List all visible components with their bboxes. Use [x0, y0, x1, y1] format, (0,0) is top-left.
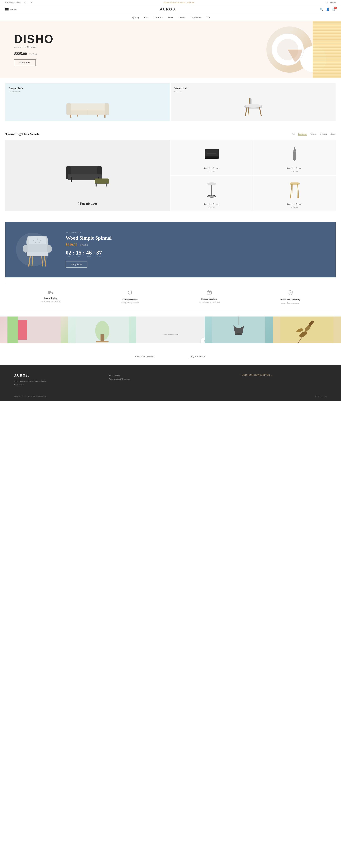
- category-subtitle-chair: Chairs: [175, 91, 332, 93]
- filter-all[interactable]: All: [292, 133, 294, 135]
- sofa-svg: [63, 98, 113, 118]
- instagram-item-4[interactable]: [273, 316, 341, 343]
- instagram-icon: [203, 339, 205, 343]
- hero-banner: DISHO designed by Nicolash $225.00 $325.…: [0, 21, 341, 78]
- hero-cta-button[interactable]: Shop Now: [14, 60, 36, 66]
- trending-item-1[interactable]: Soundless Speaker $189.00: [253, 140, 336, 175]
- instagram-item-0[interactable]: [0, 316, 68, 343]
- footer-contact: 907-723-4408 Aurosfurniuse@domain.us: [109, 374, 167, 381]
- wood-stool-svg: [288, 180, 301, 200]
- site-logo[interactable]: AUROS.: [160, 7, 177, 11]
- nav-brands[interactable]: Brands: [179, 16, 185, 19]
- product-name-2: Soundless Speaker: [204, 203, 219, 206]
- secure-icon: [199, 290, 220, 296]
- category-card-chair[interactable]: Woodchair Chairs: [171, 83, 336, 121]
- return-icon: [121, 290, 139, 296]
- svg-rect-26: [106, 183, 107, 186]
- promo-cta-button[interactable]: Shop Now: [66, 261, 87, 268]
- instagram-item-3[interactable]: [205, 316, 273, 343]
- footer-contact-col: 907-723-4408 Aurosfurniuse@domain.us: [109, 374, 167, 387]
- svg-rect-55: [48, 291, 51, 293]
- svg-rect-22: [71, 177, 72, 182]
- category-subtitle-sofa: FURNITURE: [9, 91, 166, 93]
- instagram-section: Aurosfurniture.com: [0, 316, 341, 343]
- svg-point-17: [245, 104, 261, 107]
- category-card-sofa[interactable]: Jasper Sofa FURNITURE: [5, 83, 171, 121]
- filter-furnitures[interactable]: Furnitures: [298, 133, 307, 135]
- features-row: Free shipping on all orders over $49.00 …: [5, 283, 336, 311]
- trending-header: Trending This Week All Furnitures Chairs…: [5, 132, 336, 136]
- filter-decor[interactable]: Decor: [331, 133, 336, 135]
- feature-checkout: Secure checkout 100% protected by Paypal: [199, 290, 220, 304]
- footer-copyright: Copyright © 2021 Auros. All rights reser…: [14, 395, 47, 397]
- footer-facebook-icon[interactable]: f: [315, 395, 316, 398]
- hero-paint-decoration: [313, 21, 341, 78]
- product-name-3: Soundless Speaker: [286, 203, 303, 206]
- feature-checkout-sub: 100% protected by Paypal: [199, 301, 220, 303]
- facebook-icon[interactable]: f: [23, 1, 26, 4]
- hamburger-menu[interactable]: [5, 8, 8, 10]
- search-button[interactable]: SEARCH: [191, 355, 206, 358]
- newsletter-cta[interactable]: JOIN OUR NEWSLETTER...: [240, 374, 327, 376]
- feature-returns: 15-days returns money-back guarantee: [121, 290, 139, 304]
- nav-fans[interactable]: Fans: [144, 16, 149, 19]
- menu-label: menu: [10, 8, 17, 10]
- category-title-chair: Woodchair: [175, 87, 332, 90]
- svg-point-73: [235, 333, 242, 335]
- feature-warranty-title: 100% free warranty: [280, 298, 300, 301]
- insta-img-3: [205, 316, 273, 343]
- speaker-svg-0: [203, 148, 221, 160]
- footer-bottom: Copyright © 2021 Auros. All rights reser…: [14, 392, 327, 398]
- promo-circle-decoration: [16, 233, 50, 267]
- dark-sofa-svg: [64, 159, 111, 187]
- product-image-2: [173, 179, 250, 202]
- filter-lighting[interactable]: Lighting: [319, 133, 327, 135]
- svg-point-32: [293, 151, 296, 152]
- cart-total: $35: [326, 1, 328, 3]
- product-image-0: [173, 143, 250, 165]
- countdown-days: 02 Days: [66, 250, 71, 258]
- language-selector[interactable]: English: [330, 1, 336, 3]
- footer-twitter-icon[interactable]: t: [318, 395, 319, 398]
- svg-rect-8: [66, 103, 71, 115]
- feature-returns-title: 15-days returns: [121, 298, 139, 301]
- product-name-0: Soundless Speaker: [204, 167, 219, 169]
- feature-shipping-sub: on all orders over $49.00: [41, 300, 60, 303]
- social-icons: f t in: [23, 1, 33, 4]
- filter-chairs[interactable]: Chairs: [310, 133, 316, 135]
- instagram-item-2[interactable]: Aurosfurniture.com: [136, 316, 205, 343]
- search-icon[interactable]: 🔍: [320, 8, 323, 11]
- nav-inspiration[interactable]: Inspiration: [191, 16, 201, 19]
- footer-brand-col: AUROS. 2590 Timbercrest Road, Chicena, A…: [14, 374, 101, 387]
- svg-line-81: [193, 357, 194, 358]
- footer-vk-icon[interactable]: vk: [325, 395, 327, 398]
- trending-filters: All Furnitures Chairs Lighting Decor: [292, 133, 336, 135]
- svg-line-15: [259, 107, 261, 116]
- promo-link[interactable]: Shop Now: [187, 1, 195, 3]
- trending-item-0[interactable]: Soundless Speaker $139.00: [170, 140, 253, 175]
- trending-item-3[interactable]: Soundless Speaker $158.00: [253, 176, 336, 211]
- promo-price-original: $316.00: [80, 244, 88, 247]
- nav-furniture[interactable]: Furniture: [154, 16, 162, 19]
- vase-svg: [289, 146, 300, 162]
- footer-instagram-icon[interactable]: ig: [321, 395, 322, 398]
- hero-price-current: $225.00: [14, 51, 27, 56]
- svg-line-14: [245, 107, 247, 116]
- cart-count: 0: [334, 7, 337, 9]
- hero-title: DISHO: [14, 33, 54, 45]
- instagram-item-1[interactable]: [68, 316, 136, 343]
- insta-img-1: [68, 316, 136, 343]
- footer-newsletter-col: JOIN OUR NEWSLETTER...: [240, 374, 327, 387]
- trending-main-item[interactable]: #Furnitures: [5, 140, 170, 211]
- promo-banner: #HANDMADE Wood Simple Spinnal $219.00 $3…: [5, 222, 336, 277]
- nav-room[interactable]: Room: [168, 16, 173, 19]
- nav-lighting[interactable]: Lighting: [131, 16, 139, 19]
- user-icon[interactable]: 👤: [326, 8, 330, 11]
- instagram-topbar-icon[interactable]: in: [30, 1, 33, 4]
- nav-sale[interactable]: Sale: [206, 16, 210, 19]
- svg-line-41: [290, 185, 291, 198]
- search-input[interactable]: [135, 354, 188, 359]
- twitter-icon[interactable]: t: [27, 1, 29, 4]
- cart-icon[interactable]: 🛒 0: [332, 8, 336, 11]
- trending-item-2[interactable]: Soundless Speaker $139.00: [170, 176, 253, 211]
